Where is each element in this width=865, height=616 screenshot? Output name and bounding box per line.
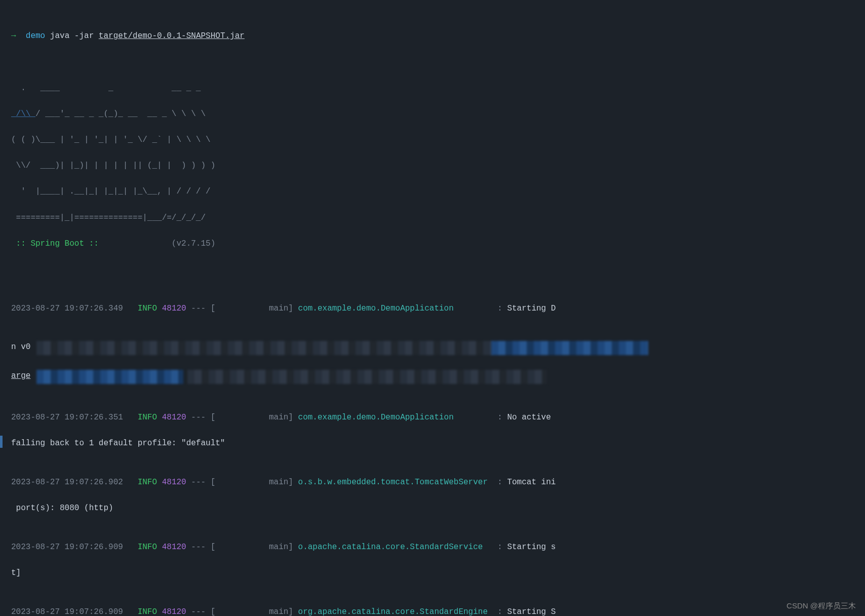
prompt-dir: demo bbox=[26, 31, 45, 41]
redacted-row: arge bbox=[0, 370, 865, 386]
blank-line bbox=[0, 56, 865, 69]
spring-boot-line: :: Spring Boot :: (v2.7.15) bbox=[0, 238, 865, 251]
log-line: 2023-08-27 19:07:26.902 INFO 48120 --- [… bbox=[0, 476, 865, 489]
command-text: java -jar bbox=[50, 31, 99, 41]
banner-l3: ( ( )\___ | '_ | '_| | '_ \/ _` | \ \ \ … bbox=[0, 134, 865, 147]
log-line: 2023-08-27 19:07:26.351 INFO 48120 --- [… bbox=[0, 411, 865, 425]
log-wrap: port(s): 8080 (http) bbox=[0, 502, 865, 515]
spring-label: :: Spring Boot :: bbox=[11, 239, 99, 248]
log-wrap: falling back to 1 default profile: "defa… bbox=[0, 437, 865, 450]
banner-l2: /\\ / ___'_ __ _ _(_)_ __ __ _ \ \ \ \ bbox=[0, 108, 865, 121]
banner-l5: ' |____| .__|_| |_|_| |_\__, | / / / / bbox=[0, 185, 865, 199]
cursor-icon bbox=[0, 436, 3, 448]
prompt-line: → demo java -jar target/demo-0.0.1-SNAPS… bbox=[0, 30, 865, 43]
prompt-arrow-icon: → bbox=[11, 31, 16, 41]
spring-version: (v2.7.15) bbox=[99, 239, 215, 248]
redacted-row: n v0 bbox=[0, 341, 865, 357]
log-line: 2023-08-27 19:07:26.909 INFO 48120 --- [… bbox=[0, 606, 865, 616]
watermark: CSDN @程序员三木 bbox=[787, 600, 856, 612]
log-wrap: t] bbox=[0, 567, 865, 580]
banner-link: /\\ bbox=[11, 109, 35, 119]
log-line: 2023-08-27 19:07:26.909 INFO 48120 --- [… bbox=[0, 541, 865, 554]
banner-l6: =========|_|==============|___/=/_/_/_/ bbox=[0, 212, 865, 225]
log-line: 2023-08-27 19:07:26.349 INFO 48120 --- [… bbox=[0, 302, 865, 316]
blank-line bbox=[0, 263, 865, 277]
banner-l4: \\/ ___)| |_)| | | | | || (_| | ) ) ) ) bbox=[0, 160, 865, 173]
jar-path: target/demo-0.0.1-SNAPSHOT.jar bbox=[99, 31, 245, 41]
banner-l1: . ____ _ __ _ _ bbox=[0, 82, 865, 95]
terminal-window[interactable]: → demo java -jar target/demo-0.0.1-SNAPS… bbox=[0, 0, 865, 616]
